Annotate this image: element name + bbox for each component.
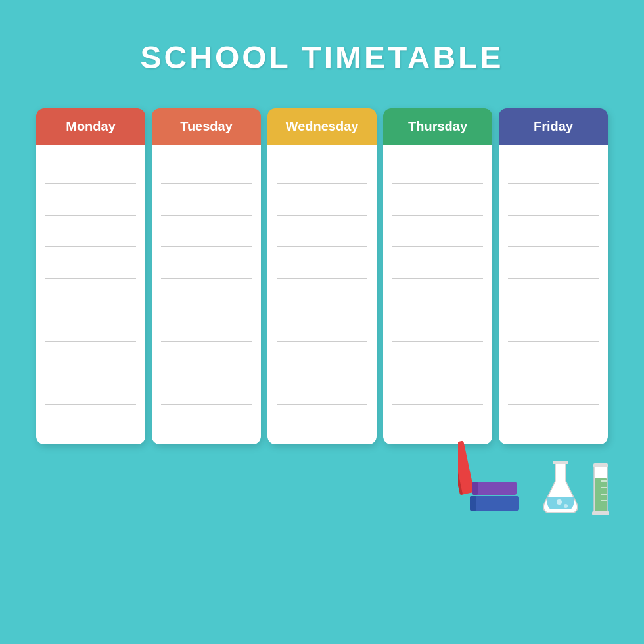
book-stack-icon <box>470 482 519 511</box>
day-header-thursday: Thursday <box>383 108 492 145</box>
schedule-line[interactable] <box>277 184 367 216</box>
schedule-line[interactable] <box>508 373 599 405</box>
schedule-line[interactable] <box>508 279 599 310</box>
schedule-line[interactable] <box>161 373 252 405</box>
day-body-monday <box>36 145 145 444</box>
day-header-monday: Monday <box>36 108 145 145</box>
schedule-line[interactable] <box>45 405 136 436</box>
schedule-line[interactable] <box>161 310 252 342</box>
schedule-line[interactable] <box>392 279 483 310</box>
schedule-line[interactable] <box>508 342 599 373</box>
svg-rect-5 <box>470 496 476 511</box>
decorations-section <box>36 455 608 514</box>
day-body-thursday <box>383 145 492 444</box>
schedule-line[interactable] <box>45 184 136 216</box>
day-column-monday: Monday <box>36 108 145 444</box>
schedule-line[interactable] <box>277 247 367 279</box>
schedule-line[interactable] <box>45 342 136 373</box>
schedule-line[interactable] <box>161 152 252 184</box>
flask-icon <box>541 461 580 514</box>
day-column-thursday: Thursday <box>383 108 492 444</box>
schedule-line[interactable] <box>45 310 136 342</box>
schedule-line[interactable] <box>277 310 367 342</box>
day-header-friday: Friday <box>499 108 608 145</box>
svg-rect-6 <box>553 461 568 464</box>
day-header-wednesday: Wednesday <box>267 108 377 145</box>
schedule-line[interactable] <box>161 279 252 310</box>
books-decoration <box>458 455 530 514</box>
schedule-line[interactable] <box>45 247 136 279</box>
day-body-friday <box>499 145 608 444</box>
day-column-wednesday: Wednesday <box>267 108 377 444</box>
schedule-line[interactable] <box>508 184 599 216</box>
schedule-line[interactable] <box>508 405 599 436</box>
schedule-line[interactable] <box>161 216 252 247</box>
schedule-line[interactable] <box>45 216 136 247</box>
schedule-line[interactable] <box>277 216 367 247</box>
svg-rect-15 <box>593 463 608 467</box>
schedule-line[interactable] <box>392 184 483 216</box>
schedule-line[interactable] <box>392 247 483 279</box>
svg-point-8 <box>564 504 568 508</box>
cylinder-icon <box>591 461 608 514</box>
svg-rect-4 <box>470 496 519 511</box>
day-body-wednesday <box>267 145 377 444</box>
schedule-line[interactable] <box>161 405 252 436</box>
schedule-line[interactable] <box>508 310 599 342</box>
schedule-line[interactable] <box>161 342 252 373</box>
day-header-tuesday: Tuesday <box>152 108 261 145</box>
schedule-line[interactable] <box>277 279 367 310</box>
schedule-line[interactable] <box>508 216 599 247</box>
svg-rect-3 <box>472 482 478 495</box>
schedule-line[interactable] <box>161 247 252 279</box>
svg-rect-10 <box>595 478 607 513</box>
day-column-tuesday: Tuesday <box>152 108 261 444</box>
svg-point-7 <box>557 499 562 505</box>
schedule-line[interactable] <box>277 373 367 405</box>
schedule-line[interactable] <box>392 310 483 342</box>
schedule-line[interactable] <box>508 152 599 184</box>
schedule-line[interactable] <box>392 216 483 247</box>
schedule-line[interactable] <box>392 373 483 405</box>
schedule-line[interactable] <box>277 405 367 436</box>
schedule-line[interactable] <box>45 279 136 310</box>
timetable-grid: MondayTuesdayWednesdayThursdayFriday <box>36 108 608 444</box>
page-title: SCHOOL TIMETABLE <box>141 39 504 76</box>
schedule-line[interactable] <box>45 373 136 405</box>
schedule-line[interactable] <box>277 342 367 373</box>
schedule-line[interactable] <box>277 152 367 184</box>
schedule-line[interactable] <box>392 342 483 373</box>
svg-rect-2 <box>472 482 517 495</box>
schedule-line[interactable] <box>392 405 483 436</box>
svg-rect-16 <box>592 511 609 515</box>
schedule-line[interactable] <box>45 152 136 184</box>
day-column-friday: Friday <box>499 108 608 444</box>
schedule-line[interactable] <box>161 184 252 216</box>
schedule-line[interactable] <box>508 247 599 279</box>
schedule-line[interactable] <box>392 152 483 184</box>
day-body-tuesday <box>152 145 261 444</box>
